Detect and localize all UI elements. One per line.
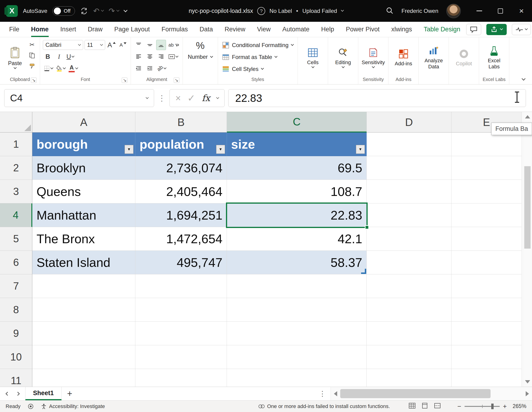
cell-A10[interactable] [32,345,135,369]
autosave-toggle[interactable]: Off [52,6,75,16]
row-header-8[interactable]: 8 [0,298,32,322]
cell-A2[interactable]: Brooklyn [32,156,135,180]
increase-indent-button[interactable] [145,63,155,74]
cell-B9[interactable] [135,322,227,345]
clipboard-dialog-launcher[interactable]: ↘ [31,77,37,83]
doc-label[interactable]: No Label [269,8,292,14]
bottom-align-button[interactable] [156,40,166,50]
document-title[interactable]: nyc-pop-copilot-load.xlsx [189,8,253,14]
collapse-ribbon-button[interactable] [522,77,526,81]
middle-align-button[interactable] [145,40,155,50]
horizontal-scrollbar[interactable] [331,387,532,400]
percent-style-button[interactable]: % [196,40,204,51]
row-header-2[interactable]: 2 [0,156,32,180]
shrink-font-button[interactable]: A [118,40,128,50]
sheet-tab-sheet1[interactable]: Sheet1 [25,387,62,400]
cell-C10[interactable] [227,345,367,369]
fill-color-button[interactable] [55,63,66,74]
cell-E11[interactable] [451,369,522,387]
underline-button[interactable]: U [65,52,75,62]
cell-C9[interactable] [227,322,367,345]
cell-D9[interactable] [367,322,451,345]
cell-D8[interactable] [367,298,451,322]
merge-center-button[interactable] [167,52,179,62]
cell-C11[interactable] [227,369,367,387]
tab-page-layout[interactable]: Page Layout [108,22,156,37]
top-align-button[interactable] [134,40,143,50]
tab-power-pivot[interactable]: Power Pivot [340,22,385,37]
vertical-scrollbar-thumb[interactable] [524,166,531,249]
tab-draw[interactable]: Draw [82,22,108,37]
tab-view[interactable]: View [251,22,276,37]
analyze-data-button[interactable]: Analyze Data [421,39,446,76]
tab-review[interactable]: Review [219,22,251,37]
cell-E8[interactable] [451,298,522,322]
excel-logo-icon[interactable]: X [6,5,18,17]
cell-A5[interactable]: The Bronx [32,227,135,251]
cell-C8[interactable] [227,298,367,322]
search-button[interactable] [386,7,394,15]
filter-button-size[interactable]: ▼ [356,145,365,154]
font-name-select[interactable]: Calibri [43,40,83,50]
tab-xlwings[interactable]: xlwings [385,22,418,37]
row-header-9[interactable]: 9 [0,322,32,345]
cell-E9[interactable] [451,322,522,345]
cell-A9[interactable] [32,322,135,345]
select-all-corner[interactable] [0,112,32,132]
redo-button[interactable]: ↷ [109,7,119,15]
insert-function-icon[interactable]: fx [202,93,210,103]
cell-A8[interactable] [32,298,135,322]
zoom-slider-thumb[interactable] [491,403,494,409]
cell-B1[interactable]: population▼ [135,132,227,156]
page-break-view-button[interactable] [434,403,441,410]
tab-formulas[interactable]: Formulas [156,22,194,37]
cell-B4[interactable]: 1,694,251 [135,203,227,227]
cell-B10[interactable] [135,345,227,369]
scroll-left-button[interactable] [331,387,340,400]
add-sheet-button[interactable]: + [62,387,78,400]
filter-button-borough[interactable]: ▼ [124,145,133,154]
column-header-C[interactable]: C [227,112,367,132]
maximize-button[interactable] [490,0,511,22]
horizontal-scrollbar-thumb[interactable] [340,389,491,398]
cell-A3[interactable]: Queens [32,180,135,203]
previous-sheet-button[interactable] [6,392,10,396]
cell-A4[interactable]: Manhattan [32,203,135,227]
font-color-button[interactable]: A [68,63,79,74]
cell-B3[interactable]: 2,405,464 [135,180,227,203]
addin-error-message[interactable]: One or more add-ins failed to install cu… [258,403,390,409]
cell-E3[interactable] [451,180,522,203]
align-left-button[interactable] [134,52,143,62]
cell-C1[interactable]: size▼ [227,132,367,156]
share-button[interactable] [486,24,507,35]
column-header-B[interactable]: B [135,112,227,132]
cell-C5[interactable]: 42.1 [227,227,367,251]
row-header-11[interactable]: 11 [0,369,32,387]
cell-B7[interactable] [135,274,227,298]
row-header-3[interactable]: 3 [0,180,32,203]
table-resize-handle[interactable] [361,269,366,274]
vertical-scrollbar[interactable] [523,112,532,387]
cell-D10[interactable] [367,345,451,369]
cell-A1[interactable]: borough▼ [32,132,135,156]
quick-access-customize-button[interactable] [124,10,127,12]
row-header-4[interactable]: 4 [0,203,32,227]
cell-E4[interactable] [451,203,522,227]
zoom-level[interactable]: 265% [510,403,526,409]
align-center-button[interactable] [145,52,155,62]
cell-D11[interactable] [367,369,451,387]
cell-styles-button[interactable]: Cell Styles [221,63,295,75]
format-as-table-button[interactable]: Format as Table [221,51,295,63]
paste-button[interactable]: Paste [3,39,27,76]
formula-bar-splitter[interactable]: ⋮ [158,94,166,103]
cell-E10[interactable] [451,345,522,369]
format-painter-button[interactable] [27,61,37,71]
italic-button[interactable]: I [54,52,64,62]
cell-B8[interactable] [135,298,227,322]
cell-C3[interactable]: 108.7 [227,180,367,203]
cell-D4[interactable] [367,203,451,227]
zoom-slider[interactable] [465,406,500,407]
cell-C6[interactable]: 58.37 [227,251,367,274]
copilot-button[interactable]: Copilot [452,39,476,76]
close-button[interactable]: × [511,0,532,22]
